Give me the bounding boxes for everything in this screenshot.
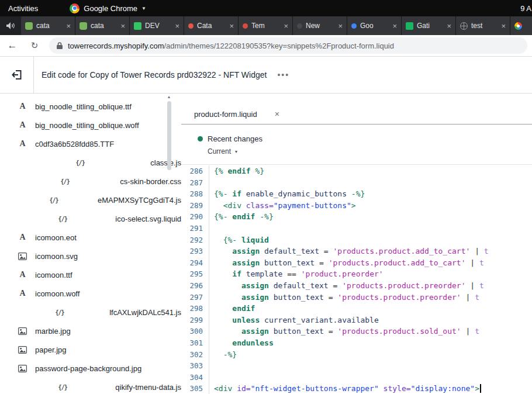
line-number: 286 <box>181 165 209 177</box>
line-content: endunless <box>209 337 274 349</box>
font-file-icon: A {/} <box>18 233 27 242</box>
tab-close-icon[interactable]: × <box>229 22 234 30</box>
tab-close-icon[interactable]: × <box>175 22 179 30</box>
file-item[interactable]: A {/} c0df3a6b528fdd85.TTF <box>0 134 181 153</box>
line-content: endif <box>209 303 255 314</box>
editor-tab-product-form[interactable]: product-form.liquid × <box>188 103 285 124</box>
file-item[interactable]: A {/} password-page-background.jpg <box>0 359 181 378</box>
code-line: 302 -%} <box>181 349 532 361</box>
file-item[interactable]: A {/} icomoon.eot <box>0 228 181 247</box>
sidebar-scrollbar[interactable]: ▲ <box>165 94 172 394</box>
active-app-menu[interactable]: Google Chrome ▼ <box>70 4 146 13</box>
browser-tab[interactable]: × <box>510 16 532 35</box>
speaker-icon[interactable] <box>0 16 21 35</box>
code-line: 293 assign default_text = 'products.prod… <box>181 246 532 257</box>
lock-icon-svg <box>56 42 63 50</box>
file-item[interactable]: A {/} paper.jpg <box>0 340 181 359</box>
browser-tab[interactable]: New × <box>293 16 347 35</box>
code-line: 296 assign default_text = 'products.prod… <box>181 280 532 292</box>
browser-tab[interactable]: Gati × <box>402 16 456 35</box>
code-line: 300 assign button_text = 'products.produ… <box>181 326 532 337</box>
code-file-icon: A {/} <box>18 175 112 188</box>
address-bar[interactable]: towerrecords.myshopify.com/admin/themes/… <box>49 37 527 54</box>
back-button[interactable]: ← <box>5 40 20 51</box>
file-item[interactable]: A {/} classie.js <box>0 153 181 172</box>
file-item[interactable]: A {/} ico-select.svg.liquid <box>0 209 181 228</box>
tab-close-icon[interactable]: × <box>275 109 279 119</box>
chevron-down-icon: ▾ <box>235 149 237 154</box>
image-file-icon: A {/} <box>18 327 27 335</box>
line-number: 303 <box>181 360 209 372</box>
code-area[interactable]: 286 {% endif %} 287 288 {%- if enable_dy… <box>181 165 532 394</box>
line-content: if template == 'product.preorder' <box>209 268 384 280</box>
code-file-icon: A {/} <box>18 306 102 319</box>
tab-close-icon[interactable]: × <box>66 22 71 30</box>
file-item[interactable]: A {/} icomoon.svg <box>0 247 181 265</box>
code-line: 290 {%- endif -%} <box>181 211 532 223</box>
line-number: 304 <box>181 372 209 383</box>
file-item[interactable]: A {/} big_noodle_titling_oblique.ttf <box>0 97 181 116</box>
google-ads-icon <box>351 23 357 29</box>
version-dropdown[interactable]: Current ▾ <box>208 147 532 155</box>
scrollbar-thumb[interactable] <box>167 101 171 170</box>
tab-title: Goo <box>360 22 389 30</box>
browser-tab[interactable]: Goo × <box>347 16 402 35</box>
tab-title: New <box>306 22 334 30</box>
file-item[interactable]: A {/} icomoon.ttf <box>0 265 181 284</box>
tab-close-icon[interactable]: × <box>501 22 506 30</box>
clock[interactable]: 9 A <box>520 4 532 13</box>
browser-tab[interactable]: DEV × <box>130 16 184 35</box>
browser-tab[interactable]: cata × <box>75 16 130 35</box>
version-label: Current <box>208 147 231 155</box>
file-item[interactable]: A {/} cs-skin-border.css <box>0 172 181 191</box>
tab-close-icon[interactable]: × <box>338 22 343 30</box>
code-line: 289 <div class="payment-buttons"> <box>181 200 532 212</box>
exit-code-editor-button[interactable] <box>0 57 34 93</box>
line-content: assign button_text = 'products.product.s… <box>209 326 479 337</box>
tab-title: Gati <box>417 22 443 30</box>
browser-tab[interactable]: test × <box>456 16 510 35</box>
browser-tab[interactable]: Cata × <box>184 16 239 35</box>
code-line: 297 assign button_text = 'products.produ… <box>181 292 532 303</box>
reload-button[interactable]: ↻ <box>27 40 42 51</box>
activities-button[interactable]: Activities <box>0 4 46 13</box>
line-content: {% endif %} <box>209 165 264 177</box>
line-number: 297 <box>181 292 209 303</box>
recent-changes-dot-icon <box>198 136 203 141</box>
line-content <box>209 372 214 383</box>
editor-tab-bar: product-form.liquid × <box>181 94 532 125</box>
font-file-icon: A {/} <box>18 139 27 148</box>
file-name: password-page-background.jpg <box>35 364 141 373</box>
tab-close-icon[interactable]: × <box>120 22 125 30</box>
file-item[interactable]: A {/} qikify-tmenu-data.js <box>0 378 181 394</box>
line-content: <div id="nft-widget-buttons-wrapper" sty… <box>209 383 481 394</box>
tab-close-icon[interactable]: × <box>447 22 451 30</box>
scroll-up-icon[interactable]: ▲ <box>165 94 172 99</box>
recent-changes-label: Recent changes <box>208 134 262 143</box>
file-item[interactable]: A {/} marble.jpg <box>0 322 181 340</box>
line-number: 294 <box>181 257 209 269</box>
file-name: icomoon.svg <box>35 252 78 261</box>
file-item[interactable]: A {/} big_noodle_titling_oblique.woff <box>0 116 181 134</box>
line-number: 301 <box>181 337 209 349</box>
site-icon <box>297 23 302 29</box>
browser-tab[interactable]: cata × <box>21 16 75 35</box>
browser-tab[interactable]: Tem × <box>239 16 293 35</box>
image-file-icon: A {/} <box>18 253 27 260</box>
more-options-button[interactable]: ••• <box>277 70 289 80</box>
line-number: 300 <box>181 326 209 337</box>
image-file-icon: A {/} <box>18 365 27 372</box>
code-line: 294 assign button_text = 'products.produ… <box>181 257 532 269</box>
screen: Activities Google Chrome ▼ 9 A cata × <box>0 0 532 394</box>
file-item[interactable]: A {/} lfcAXLwjkDALc541.js <box>0 303 181 322</box>
tab-close-icon[interactable]: × <box>284 22 288 30</box>
file-item[interactable]: A {/} icomoon.woff <box>0 284 181 303</box>
font-file-icon: A {/} <box>18 102 27 111</box>
file-item[interactable]: A {/} eMAPMXSyTCgGdiT4.js <box>0 191 181 209</box>
lock-icon[interactable] <box>56 42 63 50</box>
editor-tab-label: product-form.liquid <box>194 110 257 119</box>
line-content: assign default_text = 'products.product.… <box>209 280 484 292</box>
tab-close-icon[interactable]: × <box>392 22 397 30</box>
code-file-icon: A {/} <box>18 381 108 393</box>
image-file-icon: A {/} <box>18 346 27 354</box>
